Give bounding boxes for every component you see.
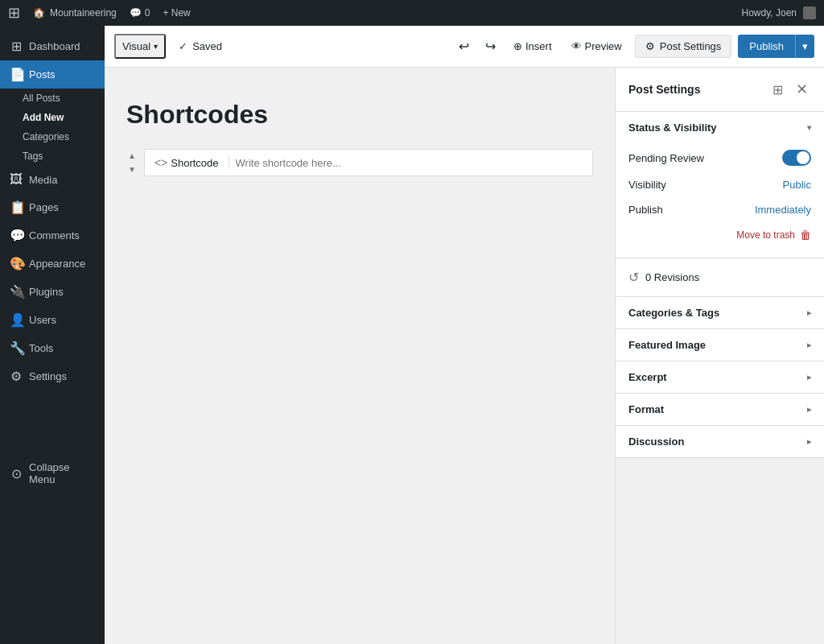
sidebar-item-all-posts[interactable]: All Posts	[0, 89, 105, 108]
discussion-section: Discussion ▸	[616, 426, 824, 458]
publish-value[interactable]: Immediately	[755, 204, 811, 216]
layout: ⊞ Dashboard 📄 Posts All Posts Add New Ca…	[0, 26, 824, 644]
featured-image-section: Featured Image ▸	[616, 329, 824, 361]
appearance-icon: 🎨	[10, 256, 23, 271]
shortcode-input[interactable]	[236, 157, 583, 169]
plus-icon: ⊕	[513, 40, 522, 52]
sidebar-item-comments[interactable]: 💬 Comments	[0, 221, 105, 250]
sidebar-item-settings[interactable]: ⚙ Settings	[0, 362, 105, 390]
visibility-value[interactable]: Public	[783, 179, 811, 191]
panel-columns-icon[interactable]: ⊞	[769, 79, 786, 101]
new-button[interactable]: + New	[163, 7, 190, 19]
posts-icon: 📄	[10, 67, 23, 82]
publish-chevron-icon: ▾	[802, 40, 808, 52]
discussion-header[interactable]: Discussion ▸	[616, 426, 824, 457]
status-visibility-body: Pending Review Visibility Public Publish…	[616, 143, 824, 258]
post-settings-button[interactable]: ⚙ Post Settings	[635, 35, 732, 58]
admin-bar: ⊞ 🏠 Mountaineering 💬 0 + New Howdy, Joen	[0, 0, 824, 26]
preview-button[interactable]: 👁 Preview	[565, 35, 628, 57]
collapse-icon: ⊙	[10, 466, 23, 481]
trash-icon: 🗑	[800, 229, 811, 242]
visual-mode-button[interactable]: Visual ▾	[114, 34, 166, 59]
editor-toolbar: Visual ▾ ✓ Saved ↩ ↪ ⊕ Insert 👁 Preview …	[105, 26, 824, 68]
panel-header: Post Settings ⊞ ✕	[616, 68, 824, 112]
status-visibility-header[interactable]: Status & Visibility ▾	[616, 112, 824, 143]
redo-button[interactable]: ↪	[480, 34, 501, 59]
editor-canvas[interactable]: Shortcodes ▲ ▼ <> Shortcode	[105, 68, 615, 644]
sidebar-item-appearance[interactable]: 🎨 Appearance	[0, 250, 105, 278]
format-chevron-icon: ▸	[807, 405, 811, 414]
move-up-button[interactable]: ▲	[126, 150, 138, 162]
comment-icon: 💬	[130, 7, 142, 19]
trash-row: Move to trash 🗑	[628, 222, 811, 248]
categories-tags-chevron-icon: ▸	[807, 308, 811, 317]
dropdown-arrow-icon: ▾	[154, 42, 158, 51]
move-to-trash-link[interactable]: Move to trash	[736, 229, 795, 241]
featured-image-chevron-icon: ▸	[807, 341, 811, 349]
status-visibility-section: Status & Visibility ▾ Pending Review Vis…	[616, 112, 824, 258]
media-icon: 🖼	[10, 172, 23, 187]
panel-close-button[interactable]: ✕	[793, 77, 811, 101]
main-content: Visual ▾ ✓ Saved ↩ ↪ ⊕ Insert 👁 Preview …	[105, 26, 824, 644]
settings-icon: ⚙	[10, 369, 23, 384]
format-header[interactable]: Format ▸	[616, 394, 824, 425]
post-title[interactable]: Shortcodes	[126, 100, 593, 130]
sidebar-item-users[interactable]: 👤 Users	[0, 306, 105, 334]
visibility-row: Visibility Public	[628, 172, 811, 197]
discussion-chevron-icon: ▸	[807, 437, 811, 446]
pages-icon: 📋	[10, 200, 23, 215]
tools-icon: 🔧	[10, 341, 23, 356]
panel-title: Post Settings	[628, 83, 763, 96]
check-icon: ✓	[179, 40, 187, 52]
status-visibility-chevron-icon: ▾	[807, 123, 811, 132]
revisions-section[interactable]: ↺ 0 Revisions	[616, 258, 824, 297]
comments-count[interactable]: 💬 0	[130, 7, 150, 19]
insert-button[interactable]: ⊕ Insert	[507, 35, 558, 57]
site-name[interactable]: 🏠 Mountaineering	[33, 7, 117, 19]
excerpt-section: Excerpt ▸	[616, 361, 824, 394]
categories-tags-header[interactable]: Categories & Tags ▸	[616, 297, 824, 328]
featured-image-header[interactable]: Featured Image ▸	[616, 329, 824, 361]
editor-area: Shortcodes ▲ ▼ <> Shortcode	[105, 68, 824, 644]
block-mover: ▲ ▼	[126, 150, 138, 175]
dashboard-icon: ⊞	[10, 39, 23, 54]
wp-logo-icon[interactable]: ⊞	[8, 4, 20, 22]
editor-inner: Shortcodes ▲ ▼ <> Shortcode	[126, 100, 593, 176]
sidebar-item-tools[interactable]: 🔧 Tools	[0, 334, 105, 362]
collapse-menu-button[interactable]: ⊙ Collapse Menu	[0, 455, 105, 492]
users-icon: 👤	[10, 312, 23, 328]
move-down-button[interactable]: ▼	[126, 163, 138, 175]
pending-review-toggle[interactable]	[782, 150, 811, 166]
revisions-icon: ↺	[628, 270, 639, 285]
sidebar-item-posts[interactable]: 📄 Posts	[0, 60, 105, 89]
eye-icon: 👁	[571, 40, 582, 52]
undo-button[interactable]: ↩	[454, 34, 474, 59]
sidebar-item-dashboard[interactable]: ⊞ Dashboard	[0, 32, 105, 60]
admin-bar-right: Howdy, Joen	[742, 6, 816, 19]
excerpt-header[interactable]: Excerpt ▸	[616, 361, 824, 393]
sidebar-item-tags[interactable]: Tags	[0, 147, 105, 166]
categories-tags-section: Categories & Tags ▸	[616, 297, 824, 329]
shortcode-label: <> Shortcode	[154, 156, 229, 169]
post-settings-panel: Post Settings ⊞ ✕ Status & Visibility ▾ …	[615, 68, 824, 644]
sidebar: ⊞ Dashboard 📄 Posts All Posts Add New Ca…	[0, 26, 105, 644]
sidebar-item-add-new[interactable]: Add New	[0, 108, 105, 127]
sidebar-item-plugins[interactable]: 🔌 Plugins	[0, 278, 105, 306]
avatar	[803, 6, 816, 19]
publish-dropdown-button[interactable]: ▾	[795, 35, 814, 58]
panel-bottom	[616, 458, 824, 644]
publish-row: Publish Immediately	[628, 197, 811, 222]
publish-button[interactable]: Publish	[738, 35, 795, 58]
shortcode-block: <> Shortcode	[144, 149, 593, 176]
sidebar-item-categories[interactable]: Categories	[0, 127, 105, 147]
plugins-icon: 🔌	[10, 284, 23, 299]
publish-group: Publish ▾	[738, 35, 814, 58]
gear-icon: ⚙	[645, 40, 655, 52]
sidebar-item-media[interactable]: 🖼 Media	[0, 166, 105, 193]
format-section: Format ▸	[616, 394, 824, 426]
sidebar-item-pages[interactable]: 📋 Pages	[0, 193, 105, 221]
comments-icon: 💬	[10, 228, 23, 243]
saved-status: ✓ Saved	[179, 40, 222, 52]
excerpt-chevron-icon: ▸	[807, 373, 811, 382]
shortcode-brackets-icon: <>	[154, 156, 167, 169]
